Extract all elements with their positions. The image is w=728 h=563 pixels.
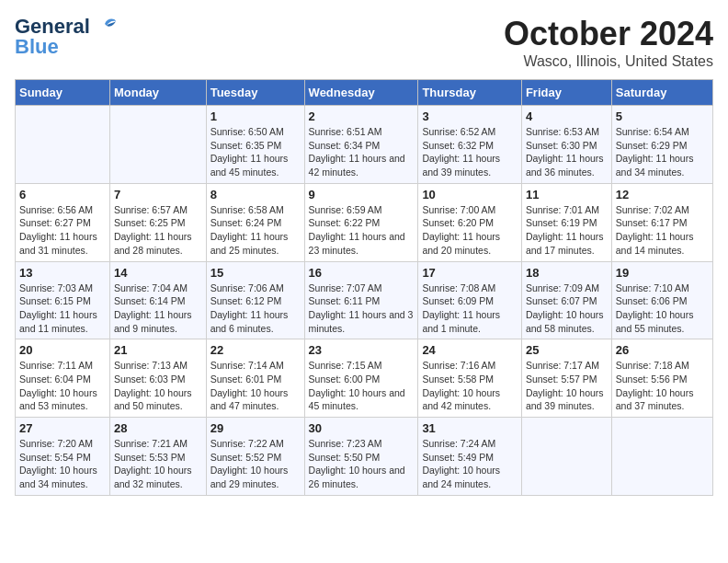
day-info: Sunrise: 7:03 AM Sunset: 6:15 PM Dayligh…	[19, 282, 106, 336]
day-info: Sunrise: 7:02 AM Sunset: 6:17 PM Dayligh…	[616, 203, 709, 258]
day-info: Sunrise: 6:57 AM Sunset: 6:25 PM Dayligh…	[114, 203, 202, 258]
calendar-cell: 7Sunrise: 6:57 AM Sunset: 6:25 PM Daylig…	[109, 183, 206, 261]
calendar-cell: 29Sunrise: 7:22 AM Sunset: 5:52 PM Dayli…	[206, 418, 304, 496]
calendar-cell: 24Sunrise: 7:16 AM Sunset: 5:58 PM Dayli…	[418, 339, 522, 418]
header-sunday: Sunday	[16, 80, 110, 106]
page-title: October 2024	[504, 15, 713, 53]
day-info: Sunrise: 7:10 AM Sunset: 6:06 PM Dayligh…	[616, 282, 709, 336]
calendar-week-row: 1Sunrise: 6:50 AM Sunset: 6:35 PM Daylig…	[16, 106, 713, 184]
day-number: 22	[210, 343, 301, 357]
day-number: 11	[526, 188, 608, 201]
page-subtitle: Wasco, Illinois, United States	[504, 53, 713, 70]
day-info: Sunrise: 7:15 AM Sunset: 6:00 PM Dayligh…	[309, 359, 415, 413]
calendar-cell: 16Sunrise: 7:07 AM Sunset: 6:11 PM Dayli…	[304, 261, 418, 339]
day-info: Sunrise: 6:50 AM Sunset: 6:35 PM Dayligh…	[210, 125, 301, 179]
day-number: 28	[114, 421, 202, 435]
calendar-cell: 30Sunrise: 7:23 AM Sunset: 5:50 PM Dayli…	[304, 418, 418, 496]
calendar-cell	[16, 106, 110, 184]
calendar-cell: 12Sunrise: 7:02 AM Sunset: 6:17 PM Dayli…	[611, 183, 712, 261]
header-wednesday: Wednesday	[304, 80, 418, 106]
day-number: 4	[526, 109, 608, 123]
day-info: Sunrise: 7:08 AM Sunset: 6:09 PM Dayligh…	[422, 282, 518, 336]
logo-blue-text: Blue	[15, 35, 59, 59]
calendar-cell: 8Sunrise: 6:58 AM Sunset: 6:24 PM Daylig…	[206, 183, 304, 261]
calendar-cell	[521, 418, 611, 496]
calendar-header-row: SundayMondayTuesdayWednesdayThursdayFrid…	[16, 80, 713, 106]
day-number: 19	[616, 266, 709, 280]
header-tuesday: Tuesday	[206, 80, 304, 106]
day-info: Sunrise: 7:20 AM Sunset: 5:54 PM Dayligh…	[19, 437, 106, 491]
calendar-week-row: 27Sunrise: 7:20 AM Sunset: 5:54 PM Dayli…	[16, 418, 713, 496]
calendar-week-row: 20Sunrise: 7:11 AM Sunset: 6:04 PM Dayli…	[16, 339, 713, 418]
calendar-cell: 27Sunrise: 7:20 AM Sunset: 5:54 PM Dayli…	[16, 418, 110, 496]
calendar-cell: 4Sunrise: 6:53 AM Sunset: 6:30 PM Daylig…	[521, 106, 611, 184]
calendar-cell: 25Sunrise: 7:17 AM Sunset: 5:57 PM Dayli…	[521, 339, 611, 418]
day-info: Sunrise: 7:13 AM Sunset: 6:03 PM Dayligh…	[114, 359, 202, 413]
day-info: Sunrise: 6:59 AM Sunset: 6:22 PM Dayligh…	[309, 203, 415, 258]
day-info: Sunrise: 7:06 AM Sunset: 6:12 PM Dayligh…	[210, 282, 301, 336]
day-info: Sunrise: 7:11 AM Sunset: 6:04 PM Dayligh…	[19, 359, 106, 413]
calendar-cell: 13Sunrise: 7:03 AM Sunset: 6:15 PM Dayli…	[16, 261, 110, 339]
day-number: 7	[114, 188, 202, 201]
calendar-cell: 28Sunrise: 7:21 AM Sunset: 5:53 PM Dayli…	[109, 418, 206, 496]
day-number: 6	[19, 188, 106, 201]
day-info: Sunrise: 7:21 AM Sunset: 5:53 PM Dayligh…	[114, 437, 202, 491]
day-number: 30	[309, 421, 415, 435]
day-number: 10	[422, 188, 518, 201]
calendar-cell: 3Sunrise: 6:52 AM Sunset: 6:32 PM Daylig…	[418, 106, 522, 184]
header-friday: Friday	[521, 80, 611, 106]
calendar-cell: 22Sunrise: 7:14 AM Sunset: 6:01 PM Dayli…	[206, 339, 304, 418]
day-info: Sunrise: 7:16 AM Sunset: 5:58 PM Dayligh…	[422, 359, 518, 413]
day-number: 20	[19, 343, 106, 357]
calendar-cell: 26Sunrise: 7:18 AM Sunset: 5:56 PM Dayli…	[611, 339, 712, 418]
day-info: Sunrise: 7:22 AM Sunset: 5:52 PM Dayligh…	[210, 437, 301, 491]
logo: General Blue	[15, 15, 118, 59]
calendar-table: SundayMondayTuesdayWednesdayThursdayFrid…	[15, 79, 713, 496]
day-info: Sunrise: 7:07 AM Sunset: 6:11 PM Dayligh…	[309, 282, 415, 336]
day-number: 13	[19, 266, 106, 280]
calendar-cell: 14Sunrise: 7:04 AM Sunset: 6:14 PM Dayli…	[109, 261, 206, 339]
day-number: 23	[309, 343, 415, 357]
day-info: Sunrise: 7:18 AM Sunset: 5:56 PM Dayligh…	[616, 359, 709, 413]
day-number: 16	[309, 266, 415, 280]
calendar-cell: 15Sunrise: 7:06 AM Sunset: 6:12 PM Dayli…	[206, 261, 304, 339]
header-monday: Monday	[109, 80, 206, 106]
day-info: Sunrise: 6:56 AM Sunset: 6:27 PM Dayligh…	[19, 203, 106, 258]
calendar-cell: 31Sunrise: 7:24 AM Sunset: 5:49 PM Dayli…	[418, 418, 522, 496]
day-info: Sunrise: 7:24 AM Sunset: 5:49 PM Dayligh…	[422, 437, 518, 491]
day-info: Sunrise: 6:52 AM Sunset: 6:32 PM Dayligh…	[422, 125, 518, 179]
day-number: 1	[210, 109, 301, 123]
day-number: 17	[422, 266, 518, 280]
day-info: Sunrise: 7:23 AM Sunset: 5:50 PM Dayligh…	[309, 437, 415, 491]
calendar-cell: 5Sunrise: 6:54 AM Sunset: 6:29 PM Daylig…	[611, 106, 712, 184]
calendar-week-row: 6Sunrise: 6:56 AM Sunset: 6:27 PM Daylig…	[16, 183, 713, 261]
day-number: 15	[210, 266, 301, 280]
calendar-cell: 18Sunrise: 7:09 AM Sunset: 6:07 PM Dayli…	[521, 261, 611, 339]
header-thursday: Thursday	[418, 80, 522, 106]
day-info: Sunrise: 7:04 AM Sunset: 6:14 PM Dayligh…	[114, 282, 202, 336]
day-number: 18	[526, 266, 608, 280]
day-number: 8	[210, 188, 301, 201]
day-number: 26	[616, 343, 709, 357]
day-number: 12	[616, 188, 709, 201]
day-info: Sunrise: 6:53 AM Sunset: 6:30 PM Dayligh…	[526, 125, 608, 179]
calendar-cell: 21Sunrise: 7:13 AM Sunset: 6:03 PM Dayli…	[109, 339, 206, 418]
logo-bird-icon	[92, 17, 118, 37]
calendar-cell	[611, 418, 712, 496]
header-saturday: Saturday	[611, 80, 712, 106]
calendar-cell: 11Sunrise: 7:01 AM Sunset: 6:19 PM Dayli…	[521, 183, 611, 261]
day-info: Sunrise: 7:17 AM Sunset: 5:57 PM Dayligh…	[526, 359, 608, 413]
calendar-cell	[109, 106, 206, 184]
calendar-cell: 20Sunrise: 7:11 AM Sunset: 6:04 PM Dayli…	[16, 339, 110, 418]
day-number: 5	[616, 109, 709, 123]
day-number: 21	[114, 343, 202, 357]
day-info: Sunrise: 6:58 AM Sunset: 6:24 PM Dayligh…	[210, 203, 301, 258]
calendar-cell: 6Sunrise: 6:56 AM Sunset: 6:27 PM Daylig…	[16, 183, 110, 261]
day-number: 31	[422, 421, 518, 435]
day-info: Sunrise: 7:09 AM Sunset: 6:07 PM Dayligh…	[526, 282, 608, 336]
calendar-cell: 17Sunrise: 7:08 AM Sunset: 6:09 PM Dayli…	[418, 261, 522, 339]
day-number: 3	[422, 109, 518, 123]
calendar-cell: 1Sunrise: 6:50 AM Sunset: 6:35 PM Daylig…	[206, 106, 304, 184]
title-block: October 2024 Wasco, Illinois, United Sta…	[504, 15, 713, 70]
day-number: 9	[309, 188, 415, 201]
